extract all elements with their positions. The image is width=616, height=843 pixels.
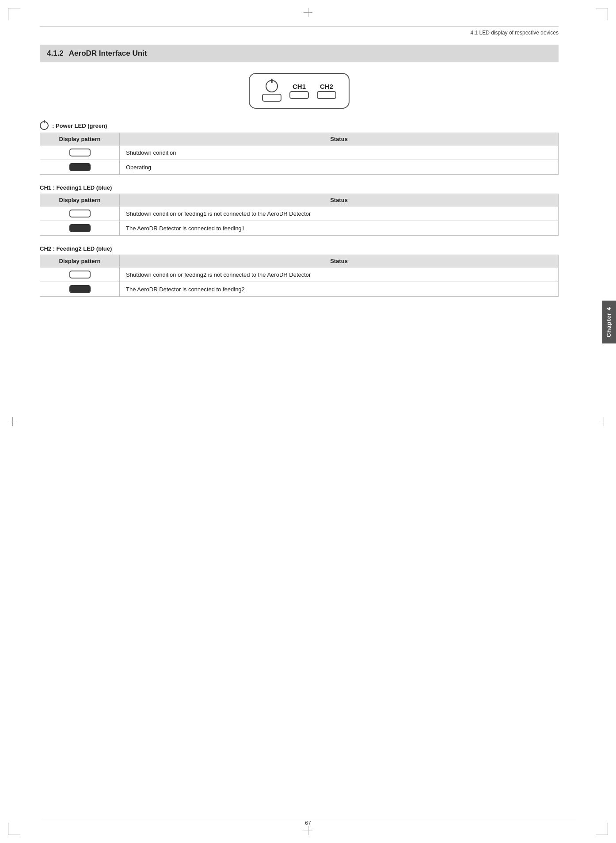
power-led-label: : Power LED (green) [40, 121, 559, 130]
led-on-icon [69, 163, 91, 171]
ch1-row1-status: Shutdown condition or feeding1 is not co… [120, 206, 559, 221]
table-row: Shutdown condition [40, 145, 559, 160]
corner-mark-br [596, 823, 608, 835]
power-icon-small [40, 121, 49, 130]
ch1-led-label-text: CH1 : Feeding1 LED (blue) [40, 184, 112, 191]
bottom-divider [40, 818, 576, 818]
page-content: 4.1 LED display of respective devices 4.… [40, 27, 576, 297]
led-on-icon [69, 285, 91, 293]
crosshair-top [304, 8, 312, 17]
led-off-icon [69, 210, 91, 217]
chapter-tab: Chapter 4 [602, 301, 616, 343]
corner-mark-tr [596, 8, 608, 20]
ch2-led-label-text: CH2 : Feeding2 LED (blue) [40, 245, 112, 252]
power-col-display: Display pattern [40, 133, 120, 145]
ch2-label: CH2 [320, 83, 333, 90]
power-led-label-text: : Power LED (green) [52, 122, 107, 129]
power-led-slot [262, 94, 281, 102]
power-col-status: Status [120, 133, 559, 145]
section-title: AeroDR Interface Unit [69, 49, 147, 58]
ch2-col-status: Status [120, 255, 559, 267]
crosshair-left [8, 417, 17, 426]
section-heading: 4.1.2 AeroDR Interface Unit [40, 45, 559, 62]
ch2-row2-status: The AeroDR Detector is connected to feed… [120, 282, 559, 297]
device-diagram: CH1 CH2 [40, 73, 559, 109]
ch2-led-slot [317, 91, 336, 99]
table-row: The AeroDR Detector is connected to feed… [40, 282, 559, 297]
corner-mark-tl [8, 8, 20, 20]
ch1-col-status: Status [120, 194, 559, 206]
ch1-col: CH1 [289, 83, 309, 99]
power-led-table: Display pattern Status Shutdown conditio… [40, 133, 559, 175]
table-row: Shutdown condition or feeding2 is not co… [40, 267, 559, 282]
table-row: The AeroDR Detector is connected to feed… [40, 221, 559, 236]
ch2-col-display: Display pattern [40, 255, 120, 267]
ch2-row1-status: Shutdown condition or feeding2 is not co… [120, 267, 559, 282]
led-on-icon [69, 224, 91, 232]
led-off-icon [69, 271, 91, 278]
device-box: CH1 CH2 [249, 73, 350, 109]
ch1-led-label: CH1 : Feeding1 LED (blue) [40, 184, 559, 191]
ch1-led-slot [289, 91, 309, 99]
ch1-row1-pattern [40, 206, 120, 221]
ch2-row2-pattern [40, 282, 120, 297]
crosshair-right [599, 417, 608, 426]
ch2-col: CH2 [317, 83, 336, 99]
table-row: Operating [40, 160, 559, 175]
ch1-label: CH1 [293, 83, 306, 90]
ch2-led-table: Display pattern Status Shutdown conditio… [40, 255, 559, 297]
power-row1-status: Shutdown condition [120, 145, 559, 160]
power-led-indicator [262, 80, 281, 102]
section-number: 4.1.2 [47, 49, 64, 58]
ch2-row1-pattern [40, 267, 120, 282]
ch1-col-display: Display pattern [40, 194, 120, 206]
corner-mark-bl [8, 823, 20, 835]
led-off-icon [69, 149, 91, 156]
ch2-led-label: CH2 : Feeding2 LED (blue) [40, 245, 559, 252]
ch1-led-table: Display pattern Status Shutdown conditio… [40, 194, 559, 236]
power-row2-status: Operating [120, 160, 559, 175]
page-number: 67 [305, 820, 311, 826]
power-icon-diagram [266, 80, 278, 92]
crosshair-bottom [304, 826, 312, 835]
ch1-row2-status: The AeroDR Detector is connected to feed… [120, 221, 559, 236]
header-divider [40, 27, 559, 27]
table-row: Shutdown condition or feeding1 is not co… [40, 206, 559, 221]
header-text: 4.1 LED display of respective devices [40, 30, 559, 36]
power-row1-pattern [40, 145, 120, 160]
power-row2-pattern [40, 160, 120, 175]
ch1-row2-pattern [40, 221, 120, 236]
